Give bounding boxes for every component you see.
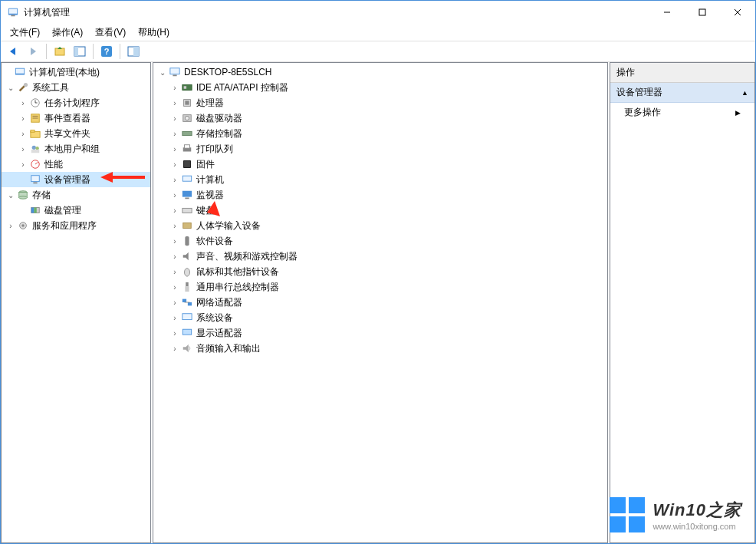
device-root[interactable]: ⌄DESKTOP-8E5SLCH bbox=[153, 64, 607, 80]
device-cat-software-devices[interactable]: ›软件设备 bbox=[153, 233, 607, 249]
menu-file[interactable]: 文件(F) bbox=[4, 25, 46, 41]
services-icon bbox=[17, 219, 29, 232]
tree-item-disk-management[interactable]: 磁盘管理 bbox=[2, 203, 150, 218]
device-cat-disk-drives[interactable]: ›磁盘驱动器 bbox=[153, 110, 607, 126]
tree-group-system-tools[interactable]: ⌄ 系统工具 bbox=[2, 80, 150, 95]
svg-rect-54 bbox=[184, 161, 191, 168]
device-cat-keyboards[interactable]: ›键盘 bbox=[153, 203, 607, 218]
device-cat-ide[interactable]: ›IDE ATA/ATAPI 控制器 bbox=[153, 80, 607, 95]
chevron-right-icon[interactable]: › bbox=[169, 112, 181, 124]
expander-icon[interactable]: ⌄ bbox=[156, 66, 169, 78]
tree-group-services[interactable]: ›服务和应用程序 bbox=[2, 218, 150, 233]
maximize-button[interactable] bbox=[685, 1, 720, 24]
menu-help[interactable]: 帮助(H) bbox=[132, 25, 176, 41]
chevron-right-icon[interactable]: › bbox=[169, 158, 181, 170]
chevron-right-icon[interactable]: › bbox=[169, 342, 181, 354]
svg-point-28 bbox=[32, 146, 36, 150]
tree-item-task-scheduler[interactable]: ›任务计划程序 bbox=[2, 95, 150, 110]
svg-point-29 bbox=[35, 147, 38, 150]
chevron-right-icon[interactable]: › bbox=[17, 127, 29, 140]
properties-button[interactable] bbox=[124, 42, 143, 61]
tree-item-local-users[interactable]: ›本地用户和组 bbox=[2, 141, 150, 157]
device-cat-sound-video-game[interactable]: ›声音、视频和游戏控制器 bbox=[153, 249, 607, 264]
actions-more-label: 更多操作 bbox=[624, 106, 661, 119]
device-cat-hid[interactable]: ›人体学输入设备 bbox=[153, 218, 607, 233]
tree-group-storage[interactable]: ⌄存储 bbox=[2, 187, 150, 203]
chevron-right-icon[interactable]: › bbox=[169, 219, 181, 232]
device-cat-audio-io[interactable]: ›音频输入和输出 bbox=[153, 341, 607, 356]
device-cat-monitors[interactable]: ›监视器 bbox=[153, 187, 607, 203]
chevron-right-icon[interactable]: › bbox=[169, 312, 181, 324]
audio-icon bbox=[181, 342, 193, 354]
svg-rect-57 bbox=[182, 191, 192, 197]
chevron-right-icon[interactable]: › bbox=[169, 296, 181, 308]
expander-icon[interactable]: ⌄ bbox=[5, 81, 17, 94]
chevron-right-icon[interactable]: › bbox=[169, 127, 181, 140]
actions-more[interactable]: 更多操作 ▶ bbox=[610, 103, 754, 122]
device-cat-storage-controllers[interactable]: ›存储控制器 bbox=[153, 126, 607, 141]
forward-button[interactable] bbox=[24, 42, 42, 61]
expander-icon[interactable] bbox=[2, 66, 14, 78]
up-button[interactable] bbox=[51, 42, 69, 61]
chevron-right-icon[interactable]: › bbox=[169, 265, 181, 278]
device-cat-display-adapters[interactable]: ›显示适配器 bbox=[153, 325, 607, 341]
chevron-right-icon[interactable]: › bbox=[169, 204, 181, 216]
svg-rect-34 bbox=[33, 183, 37, 184]
tree-label: 系统设备 bbox=[196, 312, 233, 325]
menu-view[interactable]: 查看(V) bbox=[89, 25, 132, 41]
device-manager-icon bbox=[29, 173, 41, 186]
chevron-right-icon[interactable]: › bbox=[169, 235, 181, 247]
tree-label: 本地用户和组 bbox=[44, 143, 100, 156]
event-icon bbox=[29, 112, 41, 124]
show-hide-tree-button[interactable] bbox=[71, 42, 89, 61]
device-cat-print-queues[interactable]: ›打印队列 bbox=[153, 141, 607, 157]
device-cat-usb[interactable]: ›通用串行总线控制器 bbox=[153, 279, 607, 295]
firmware-icon bbox=[181, 158, 193, 170]
chevron-right-icon[interactable]: › bbox=[17, 158, 29, 170]
device-cat-firmware[interactable]: ›固件 bbox=[153, 157, 607, 172]
chevron-right-icon[interactable]: › bbox=[5, 219, 17, 232]
printer-icon bbox=[181, 143, 193, 155]
svg-rect-59 bbox=[182, 208, 192, 213]
chevron-right-icon[interactable]: › bbox=[17, 97, 29, 109]
chevron-right-icon[interactable]: › bbox=[169, 173, 181, 186]
hid-icon bbox=[181, 219, 193, 232]
tree-item-event-viewer[interactable]: ›事件查看器 bbox=[2, 110, 150, 126]
svg-point-42 bbox=[21, 224, 25, 227]
chevron-right-icon[interactable]: › bbox=[169, 250, 181, 262]
watermark-subtitle: www.win10xitong.com bbox=[652, 522, 741, 531]
chevron-right-icon[interactable]: › bbox=[169, 189, 181, 201]
device-cat-network[interactable]: ›网络适配器 bbox=[153, 295, 607, 310]
svg-rect-56 bbox=[183, 176, 192, 181]
back-button[interactable] bbox=[4, 42, 22, 61]
tree-item-shared-folders[interactable]: ›共享文件夹 bbox=[2, 126, 150, 141]
chevron-right-icon[interactable]: › bbox=[169, 327, 181, 339]
tree-item-device-manager[interactable]: 设备管理器 bbox=[2, 172, 150, 187]
performance-icon bbox=[29, 158, 41, 170]
chevron-right-icon[interactable]: › bbox=[169, 81, 181, 94]
storage-controller-icon bbox=[181, 127, 193, 140]
chevron-right-icon[interactable]: › bbox=[17, 112, 29, 124]
device-cat-computer[interactable]: ›计算机 bbox=[153, 172, 607, 187]
tree-label: 存储控制器 bbox=[196, 127, 242, 140]
svg-rect-64 bbox=[186, 282, 189, 286]
device-cat-system-devices[interactable]: ›系统设备 bbox=[153, 310, 607, 325]
actions-section[interactable]: 设备管理器 ▲ bbox=[610, 83, 754, 103]
chevron-right-icon[interactable]: › bbox=[17, 143, 29, 155]
tree-root[interactable]: 计算机管理(本地) bbox=[2, 64, 150, 80]
device-cat-processor[interactable]: ›处理器 bbox=[153, 95, 607, 110]
help-button[interactable]: ? bbox=[97, 42, 116, 61]
tree-label: 监视器 bbox=[196, 189, 224, 202]
svg-rect-71 bbox=[183, 330, 192, 335]
chevron-right-icon[interactable]: › bbox=[169, 281, 181, 293]
tree-item-performance[interactable]: ›性能 bbox=[2, 157, 150, 172]
expander-icon[interactable]: ⌄ bbox=[5, 189, 17, 201]
svg-point-19 bbox=[24, 83, 28, 87]
close-button[interactable] bbox=[720, 1, 755, 24]
chevron-right-icon[interactable]: › bbox=[169, 143, 181, 155]
menu-action[interactable]: 操作(A) bbox=[46, 25, 89, 41]
chevron-right-icon[interactable]: › bbox=[169, 97, 181, 109]
tree-label: 声音、视频和游戏控制器 bbox=[196, 250, 297, 263]
device-cat-mice[interactable]: ›鼠标和其他指针设备 bbox=[153, 264, 607, 279]
minimize-button[interactable] bbox=[649, 1, 685, 24]
